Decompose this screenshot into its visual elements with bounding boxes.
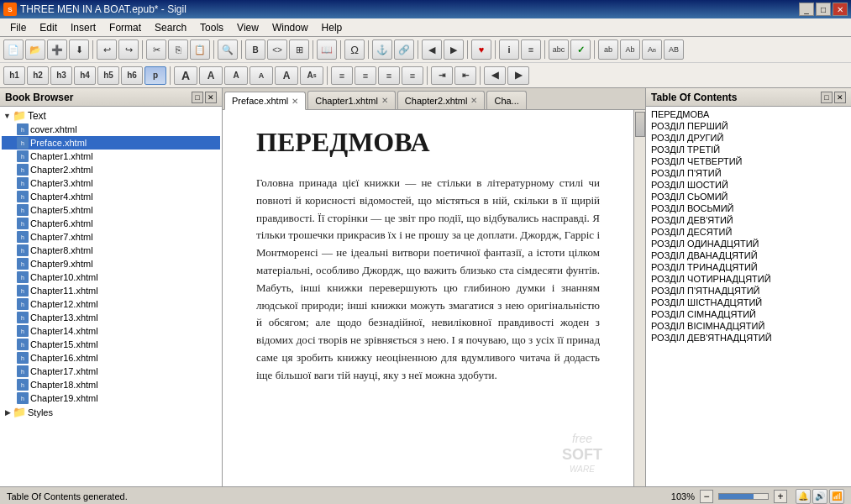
- h3-button[interactable]: h3: [50, 66, 72, 85]
- align-justify-button[interactable]: ≡: [402, 66, 423, 85]
- check-button[interactable]: ✓: [570, 39, 591, 60]
- tab-preface[interactable]: Preface.xhtml ✕: [224, 92, 306, 110]
- outdent-button[interactable]: ⇤: [454, 66, 476, 85]
- font-xsmall-button[interactable]: A: [250, 66, 273, 85]
- font-increase-button[interactable]: A: [275, 66, 298, 85]
- font-medium-button[interactable]: A: [199, 66, 223, 85]
- paste-button[interactable]: 📋: [190, 39, 210, 60]
- zoom-slider[interactable]: [718, 493, 769, 500]
- tree-file-ch10[interactable]: h Chapter10.xhtml: [2, 270, 220, 284]
- h5-button[interactable]: h5: [97, 66, 119, 85]
- tree-file-ch15[interactable]: h Chapter15.xhtml: [2, 338, 220, 351]
- window-controls[interactable]: _ □ ✕: [799, 3, 848, 16]
- indent-button[interactable]: ⇥: [431, 66, 453, 85]
- save-button[interactable]: ⬇: [69, 39, 89, 60]
- tree-file-ch4[interactable]: h Chapter4.xhtml: [2, 190, 220, 203]
- tree-file-ch7[interactable]: h Chapter7.xhtml: [2, 230, 220, 244]
- tree-file-ch16[interactable]: h Chapter16.xhtml: [2, 351, 220, 365]
- tree-file-ch1[interactable]: h Chapter1.xhtml: [2, 150, 220, 163]
- toc-item-6[interactable]: РОЗДІЛ ШОСТИЙ: [648, 179, 849, 191]
- case1-button[interactable]: ab: [598, 39, 618, 60]
- toc-item-18[interactable]: РОЗДІЛ ВІСІМНАДЦЯТИЙ: [648, 320, 849, 332]
- menu-tools[interactable]: Tools: [193, 20, 230, 35]
- cut-button[interactable]: ✂: [146, 39, 166, 60]
- anchor-button[interactable]: ⚓: [372, 39, 392, 60]
- nav-prev-button[interactable]: ◀: [484, 66, 506, 85]
- toc-item-4[interactable]: РОЗДІЛ ЧЕТВЕРТИЙ: [648, 155, 849, 167]
- tree-file-ch5[interactable]: h Chapter5.xhtml: [2, 203, 220, 217]
- tree-file-ch17[interactable]: h Chapter17.xhtml: [2, 365, 220, 378]
- nav-next-button[interactable]: ▶: [507, 66, 529, 85]
- toc-item-2[interactable]: РОЗДІЛ ДРУГИЙ: [648, 132, 849, 144]
- case4-button[interactable]: Ab: [664, 39, 684, 60]
- book-view-button[interactable]: 📖: [317, 39, 337, 60]
- maximize-button[interactable]: □: [816, 3, 831, 16]
- p-button[interactable]: p: [144, 66, 166, 85]
- tree-file-ch13[interactable]: h Chapter13.xhtml: [2, 311, 220, 324]
- tree-file-ch8[interactable]: h Chapter8.xhtml: [2, 244, 220, 257]
- tree-folder-styles[interactable]: ▶ 📁 Styles: [2, 405, 220, 419]
- prev-button[interactable]: ◀: [422, 39, 442, 60]
- editor-scroll-thumb[interactable]: [635, 112, 645, 137]
- split-view-button[interactable]: ⊞: [289, 39, 309, 60]
- tree-file-ch14[interactable]: h Chapter14.xhtml: [2, 324, 220, 338]
- toc-item-10[interactable]: РОЗДІЛ ДЕСЯТИЙ: [648, 226, 849, 238]
- toc-item-11[interactable]: РОЗДІЛ ОДИНАДЦЯТИЙ: [648, 238, 849, 249]
- toc-item-3[interactable]: РОЗДІЛ ТРЕТІЙ: [648, 144, 849, 155]
- toc-button[interactable]: ≡: [521, 39, 541, 60]
- tab-preface-close[interactable]: ✕: [292, 97, 298, 106]
- tree-file-preface[interactable]: h Preface.xhtml: [2, 136, 220, 150]
- toc-item-12[interactable]: РОЗДІЛ ДВАНАДЦЯТИЙ: [648, 249, 849, 261]
- toc-item-14[interactable]: РОЗДІЛ ЧОТИРНАДЦЯТИЙ: [648, 273, 849, 285]
- tab-ch1[interactable]: Chapter1.xhtml ✕: [307, 91, 396, 109]
- new-button[interactable]: 📄: [3, 39, 24, 60]
- tab-ch2-close[interactable]: ✕: [470, 96, 477, 105]
- toc-item-13[interactable]: РОЗДІЛ ТРИНАДЦЯТИЙ: [648, 261, 849, 273]
- tab-ch-extra[interactable]: Cha...: [486, 91, 526, 109]
- link-button[interactable]: 🔗: [394, 39, 414, 60]
- toc-item-0[interactable]: ПЕРЕДМОВА: [648, 108, 849, 120]
- toc-item-8[interactable]: РОЗДІЛ ВОСЬМИЙ: [648, 202, 849, 214]
- tree-file-cover[interactable]: h cover.xhtml: [2, 123, 220, 136]
- tree-file-ch9[interactable]: h Chapter9.xhtml: [2, 257, 220, 270]
- h2-button[interactable]: h2: [27, 66, 49, 85]
- menu-edit[interactable]: Edit: [33, 20, 64, 35]
- zoom-plus-button[interactable]: +: [774, 490, 787, 503]
- book-browser-controls[interactable]: □ ✕: [192, 92, 217, 103]
- tree-root-text[interactable]: ▼ 📁 Text: [2, 108, 220, 123]
- menu-format[interactable]: Format: [102, 20, 148, 35]
- font-superscript-button[interactable]: As: [300, 66, 323, 85]
- zoom-minus-button[interactable]: −: [700, 490, 713, 503]
- align-right-button[interactable]: ≡: [378, 66, 400, 85]
- redo-button[interactable]: ↪: [118, 39, 139, 60]
- menu-search[interactable]: Search: [148, 20, 193, 35]
- h1-button[interactable]: h1: [3, 66, 25, 85]
- tree-file-ch11[interactable]: h Chapter11.xhtml: [2, 284, 220, 297]
- spell-check-button[interactable]: Ω: [344, 39, 365, 60]
- undo-button[interactable]: ↩: [97, 39, 117, 60]
- info-button[interactable]: i: [499, 39, 519, 60]
- menu-insert[interactable]: Insert: [64, 20, 102, 35]
- menu-file[interactable]: File: [3, 20, 33, 35]
- menu-window[interactable]: Window: [265, 20, 315, 35]
- browser-close-button[interactable]: ✕: [205, 92, 217, 103]
- toc-item-5[interactable]: РОЗДІЛ П'ЯТИЙ: [648, 167, 849, 179]
- tab-ch1-close[interactable]: ✕: [381, 96, 388, 105]
- toc-item-17[interactable]: РОЗДІЛ СІМНАДЦЯТИЙ: [648, 308, 849, 320]
- case3-button[interactable]: Ab: [642, 39, 662, 60]
- editor-scrollbar[interactable]: [633, 110, 645, 486]
- align-center-button[interactable]: ≡: [355, 66, 376, 85]
- browser-detach-button[interactable]: □: [192, 92, 203, 103]
- tree-file-ch6[interactable]: h Chapter6.xhtml: [2, 217, 220, 230]
- toc-item-15[interactable]: РОЗДІЛ П'ЯТНАДЦЯТИЙ: [648, 285, 849, 297]
- h4-button[interactable]: h4: [74, 66, 96, 85]
- tab-ch2[interactable]: Chapter2.xhtml ✕: [397, 91, 486, 109]
- tree-file-ch18[interactable]: h Chapter18.xhtml: [2, 378, 220, 391]
- open-button[interactable]: 📂: [25, 39, 45, 60]
- next-button[interactable]: ▶: [444, 39, 464, 60]
- toc-close-button[interactable]: ✕: [834, 92, 846, 103]
- copy-button[interactable]: ⎘: [168, 39, 188, 60]
- tree-file-ch12[interactable]: h Chapter12.xhtml: [2, 297, 220, 311]
- toc-item-19[interactable]: РОЗДІЛ ДЕВ'ЯТНАДЦЯТИЙ: [648, 332, 849, 344]
- tree-file-ch3[interactable]: h Chapter3.xhtml: [2, 176, 220, 190]
